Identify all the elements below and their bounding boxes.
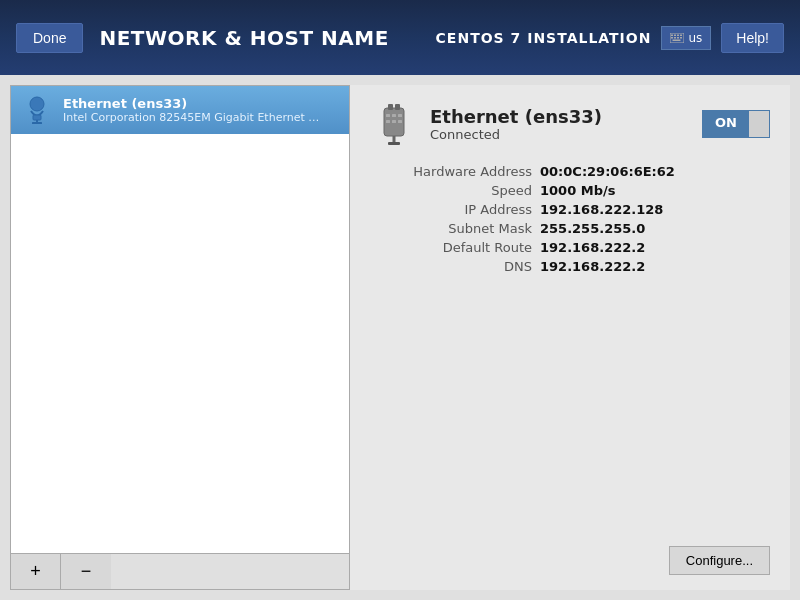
svg-rect-15: [388, 104, 393, 110]
svg-rect-24: [388, 142, 400, 145]
help-button[interactable]: Help!: [721, 23, 784, 53]
eth-status: Connected: [430, 127, 690, 142]
svg-rect-11: [33, 115, 41, 120]
ethernet-header: Ethernet (ens33) Connected ON: [370, 100, 770, 148]
info-row-ip: IP Address 192.168.222.128: [370, 202, 770, 217]
svg-rect-2: [674, 34, 676, 36]
device-info: Ethernet (ens33) Intel Corporation 82545…: [63, 96, 323, 124]
svg-rect-22: [398, 120, 402, 123]
svg-rect-18: [392, 114, 396, 117]
toggle-off[interactable]: [749, 111, 769, 137]
svg-rect-6: [674, 37, 676, 39]
svg-rect-8: [680, 37, 682, 39]
header: Done NETWORK & HOST NAME CENTOS 7 INSTAL…: [0, 0, 800, 75]
page-title: NETWORK & HOST NAME: [99, 26, 388, 50]
svg-rect-17: [386, 114, 390, 117]
configure-button[interactable]: Configure...: [669, 546, 770, 575]
remove-device-button[interactable]: −: [61, 554, 111, 589]
speed-value: 1000 Mb/s: [540, 183, 615, 198]
info-row-hardware: Hardware Address 00:0C:29:06:6E:62: [370, 164, 770, 179]
subnet-mask-value: 255.255.255.0: [540, 221, 645, 236]
svg-rect-3: [677, 34, 679, 36]
keyboard-icon: [670, 33, 684, 43]
info-row-subnet: Subnet Mask 255.255.255.0: [370, 221, 770, 236]
device-list: Ethernet (ens33) Intel Corporation 82545…: [10, 85, 350, 554]
ip-address-label: IP Address: [370, 202, 540, 217]
svg-rect-1: [671, 34, 673, 36]
svg-rect-19: [398, 114, 402, 117]
header-right: CENTOS 7 INSTALLATION us Help!: [436, 23, 784, 53]
info-row-speed: Speed 1000 Mb/s: [370, 183, 770, 198]
ip-address-value: 192.168.222.128: [540, 202, 663, 217]
svg-rect-9: [673, 39, 681, 41]
toggle-switch[interactable]: ON: [702, 110, 770, 138]
subnet-mask-label: Subnet Mask: [370, 221, 540, 236]
svg-rect-4: [680, 34, 682, 36]
svg-rect-5: [671, 37, 673, 39]
info-row-dns: DNS 192.168.222.2: [370, 259, 770, 274]
svg-rect-16: [395, 104, 400, 110]
list-item[interactable]: Ethernet (ens33) Intel Corporation 82545…: [11, 86, 349, 134]
toggle-on[interactable]: ON: [703, 111, 749, 137]
hardware-address-label: Hardware Address: [370, 164, 540, 179]
svg-rect-7: [677, 37, 679, 39]
eth-title-group: Ethernet (ens33) Connected: [430, 106, 690, 142]
done-button[interactable]: Done: [16, 23, 83, 53]
speed-label: Speed: [370, 183, 540, 198]
centos-label: CENTOS 7 INSTALLATION: [436, 30, 652, 46]
default-route-label: Default Route: [370, 240, 540, 255]
dns-value: 192.168.222.2: [540, 259, 645, 274]
ethernet-icon: [370, 100, 418, 148]
network-info-table: Hardware Address 00:0C:29:06:6E:62 Speed…: [370, 164, 770, 546]
info-row-route: Default Route 192.168.222.2: [370, 240, 770, 255]
device-detail-panel: Ethernet (ens33) Connected ON Hardware A…: [350, 85, 790, 590]
main-content: Ethernet (ens33) Intel Corporation 82545…: [0, 75, 800, 600]
keyboard-layout-value: us: [688, 31, 702, 45]
add-device-button[interactable]: +: [11, 554, 61, 589]
keyboard-layout-selector[interactable]: us: [661, 26, 711, 50]
svg-rect-13: [32, 122, 42, 124]
device-controls: + −: [10, 554, 350, 590]
svg-rect-21: [392, 120, 396, 123]
device-icon: [21, 94, 53, 126]
device-list-panel: Ethernet (ens33) Intel Corporation 82545…: [10, 85, 350, 590]
svg-rect-20: [386, 120, 390, 123]
dns-label: DNS: [370, 259, 540, 274]
hardware-address-value: 00:0C:29:06:6E:62: [540, 164, 675, 179]
device-description: Intel Corporation 82545EM Gigabit Ethern…: [63, 111, 323, 124]
eth-title: Ethernet (ens33): [430, 106, 690, 127]
default-route-value: 192.168.222.2: [540, 240, 645, 255]
svg-point-10: [30, 97, 44, 111]
device-name: Ethernet (ens33): [63, 96, 323, 111]
